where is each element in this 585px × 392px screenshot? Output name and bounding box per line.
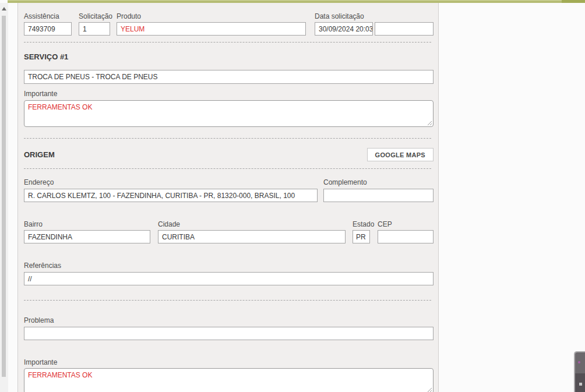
cep-input[interactable]: [378, 230, 434, 243]
gray-dot-icon: [579, 383, 582, 386]
produto-field: Produto YELUM: [117, 12, 306, 36]
bairro-inputs-row: FAZENDINHA CURITIBA PR: [24, 230, 434, 243]
cep-label: CEP: [378, 220, 392, 229]
complemento-label: Complemento: [323, 178, 367, 187]
scrollbar-up-button[interactable]: [0, 4, 8, 13]
cidade-input[interactable]: CURITIBA: [158, 230, 346, 243]
resize-grip-icon[interactable]: [427, 387, 432, 392]
solicitacao-field: Solicitação 1: [79, 12, 110, 36]
importante-textarea-1[interactable]: FERRAMENTAS OK: [24, 100, 434, 127]
endereco-label: Endereço: [24, 178, 318, 187]
service-request-form: Assistência 7493709 Solicitação 1 Produt…: [17, 3, 439, 392]
produto-input[interactable]: YELUM: [117, 22, 306, 36]
overlay-widget-top: [575, 352, 585, 373]
origem-heading: ORIGEM: [24, 150, 55, 159]
data-solicitacao-field: Data solicitação 30/09/2024 20:03: [315, 12, 373, 36]
separator: [24, 168, 431, 169]
separator: [24, 42, 431, 43]
solicitacao-label: Solicitação: [79, 12, 110, 21]
overlay-widget-bottom: [575, 373, 585, 392]
problema-input[interactable]: [24, 327, 434, 340]
complemento-input[interactable]: [323, 189, 434, 202]
cidade-label: Cidade: [158, 220, 346, 229]
purple-dot-icon: [578, 361, 580, 363]
up-arrow-icon: [2, 7, 6, 10]
importante-textarea-2[interactable]: FERRAMENTAS OK: [24, 368, 434, 392]
referencias-input[interactable]: //: [24, 272, 434, 285]
estado-input[interactable]: PR: [353, 230, 370, 243]
assistencia-label: Assistência: [24, 12, 72, 21]
resize-grip-icon[interactable]: [427, 121, 432, 126]
produto-label: Produto: [117, 12, 306, 21]
importante-label-2: Importante: [24, 358, 434, 367]
endereco-input[interactable]: R. CARLOS KLEMTZ, 100 - FAZENDINHA, CURI…: [24, 189, 318, 202]
extra-input[interactable]: [375, 22, 434, 36]
assistencia-input[interactable]: 7493709: [24, 22, 72, 36]
top-accent-bar-right-segment: [562, 0, 585, 3]
extra-field: [375, 12, 434, 36]
referencias-label: Referências: [24, 262, 434, 270]
separator: [24, 138, 431, 139]
extra-label: [375, 12, 434, 21]
google-maps-button[interactable]: GOOGLE MAPS: [367, 148, 434, 161]
data-solicitacao-input[interactable]: 30/09/2024 20:03: [315, 22, 373, 36]
bairro-label: Bairro: [24, 220, 150, 229]
overlay-widget-corner[interactable]: [574, 351, 585, 392]
servico-input[interactable]: TROCA DE PNEUS - TROCA DE PNEUS: [24, 70, 434, 84]
scrollbar-thumb[interactable]: [2, 16, 6, 377]
vertical-scrollbar[interactable]: [0, 3, 8, 392]
separator: [24, 300, 431, 301]
importante-label-1: Importante: [24, 90, 434, 98]
assistencia-field: Assistência 7493709: [24, 12, 72, 36]
solicitacao-input[interactable]: 1: [79, 22, 110, 36]
problema-label: Problema: [24, 316, 434, 325]
bairro-input[interactable]: FAZENDINHA: [24, 230, 150, 243]
servico-heading: SERVIÇO #1: [24, 52, 434, 61]
estado-label: Estado: [353, 220, 370, 229]
endereco-labels-row: Endereço Complemento: [24, 178, 434, 187]
data-solicitacao-label: Data solicitação: [315, 12, 373, 21]
importante-text-1: FERRAMENTAS OK: [28, 103, 92, 111]
endereco-inputs-row: R. CARLOS KLEMTZ, 100 - FAZENDINHA, CURI…: [24, 189, 434, 202]
importante-text-2: FERRAMENTAS OK: [28, 371, 92, 379]
header-fields-row: Assistência 7493709 Solicitação 1 Produt…: [24, 12, 434, 36]
bairro-labels-row: Bairro Cidade Estado CEP: [24, 220, 434, 229]
origem-header: ORIGEM GOOGLE MAPS: [24, 148, 434, 161]
